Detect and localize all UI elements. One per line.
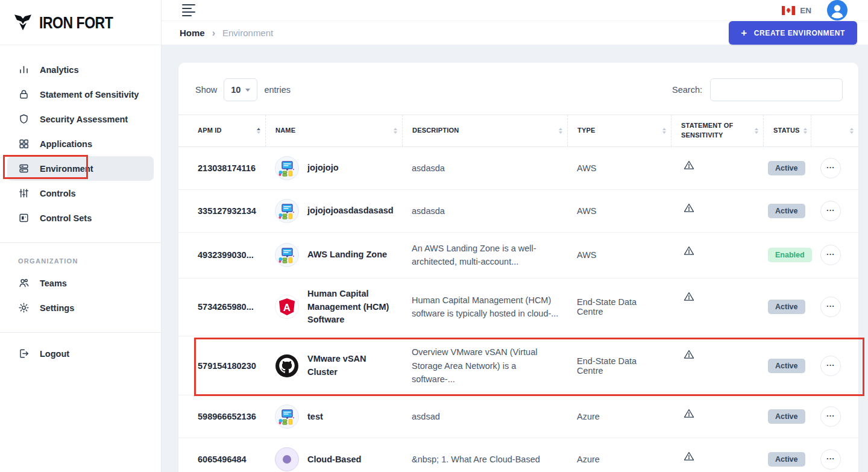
table-header-statement-of-sensitivity[interactable]: STATEMENT OF SENSITIVITY <box>671 115 763 146</box>
warning-triangle-icon[interactable] <box>683 450 695 462</box>
sensitivity-cell <box>671 395 763 438</box>
github-logo-icon <box>275 354 299 378</box>
warning-triangle-icon[interactable] <box>683 348 695 360</box>
sidebar-item-label: Control Sets <box>40 213 92 223</box>
table-header-actions[interactable] <box>811 115 858 146</box>
sidebar-item-controls[interactable]: Controls <box>7 181 154 206</box>
gear-icon <box>18 302 30 313</box>
actions-cell: ... <box>811 278 858 336</box>
name-cell: test <box>265 395 402 438</box>
search-input[interactable] <box>710 78 843 101</box>
warning-triangle-icon[interactable] <box>683 291 695 303</box>
row-actions-button[interactable]: ... <box>820 158 841 178</box>
warning-triangle-icon[interactable] <box>683 407 695 420</box>
header-label: NAME <box>275 126 295 136</box>
environment-name: Human Capital Management (HCM) Software <box>307 288 394 327</box>
sidebar-item-label: Statement of Sensitivity <box>40 90 139 99</box>
sort-arrows-icon <box>850 128 854 134</box>
app-root: IRON FORT Analytics Statement of Sensiti… <box>0 0 868 472</box>
language-code: EN <box>800 6 811 15</box>
svg-text:A: A <box>283 302 291 313</box>
description-cell: asdasda <box>402 190 567 232</box>
type-cell: Azure <box>567 438 671 472</box>
warning-triangle-icon[interactable] <box>683 202 695 214</box>
app-logo-icon <box>275 404 299 429</box>
sidebar-item-applications[interactable]: Applications <box>7 131 154 156</box>
apm-id-cell: 6065496484 <box>178 438 265 472</box>
canada-flag-icon <box>782 6 795 15</box>
row-actions-button[interactable]: ... <box>820 406 841 427</box>
actions-cell: ... <box>811 336 858 395</box>
environment-name: jojojojoasdasdasasd <box>307 204 394 218</box>
type-cell: AWS <box>567 233 671 278</box>
search-label: Search: <box>672 85 702 95</box>
grid-icon <box>18 138 30 149</box>
status-cell: Active <box>763 190 811 232</box>
description-cell: Overview VMware vSAN (Virtual Storage Ar… <box>402 336 567 395</box>
show-label: Show <box>195 85 217 95</box>
sidebar-item-control-sets[interactable]: Control Sets <box>7 206 154 230</box>
row-actions-button[interactable]: ... <box>820 245 841 265</box>
app-logo-icon <box>275 243 299 267</box>
header-label: TYPE <box>577 126 596 136</box>
sort-arrows-icon <box>257 128 260 134</box>
brand-bull-icon <box>13 13 33 32</box>
type-cell: AWS <box>567 147 671 189</box>
create-environment-button[interactable]: + CREATE ENVIRONMENT <box>729 21 857 45</box>
type-cell: End-State Data Centre <box>567 336 671 395</box>
content-area: Show 10 entries Search: APM ID NAME <box>162 45 868 472</box>
table-row[interactable]: 579154180230 VMware vSAN Cluster Overvie… <box>178 336 858 395</box>
name-cell: A Human Capital Management (HCM) Softwar… <box>265 278 402 336</box>
table-header-apm-id[interactable]: APM ID <box>178 115 265 146</box>
sidebar-item-settings[interactable]: Settings <box>7 295 154 320</box>
sliders-icon <box>18 187 30 199</box>
page-size-select[interactable]: 10 <box>224 78 257 101</box>
environment-name: VMware vSAN Cluster <box>307 353 394 379</box>
status-badge: Enabled <box>768 248 812 262</box>
sidebar-item-security-assessment[interactable]: Security Assessment <box>7 107 154 131</box>
environment-name: jojojojo <box>307 162 339 175</box>
sidebar-item-label: Settings <box>40 303 74 313</box>
warning-triangle-icon[interactable] <box>683 245 695 257</box>
table-row[interactable]: 6065496484 Cloud-Based &nbsp; 1. What Ar… <box>178 438 858 472</box>
brand-logo[interactable]: IRON FORT <box>0 0 161 45</box>
table-header-name[interactable]: NAME <box>265 115 402 146</box>
sort-arrows-icon <box>804 128 807 134</box>
language-switcher[interactable]: EN <box>782 6 811 15</box>
table-header-type[interactable]: TYPE <box>567 115 671 146</box>
table-row[interactable]: 335127932134 jojojojoasdasdasasd asdasda… <box>178 190 858 233</box>
apm-id-cell: 335127932134 <box>178 190 265 232</box>
table-header-status[interactable]: STATUS <box>763 115 811 146</box>
name-cell: AWS Landing Zone <box>265 233 402 278</box>
warning-triangle-icon[interactable] <box>683 159 695 171</box>
row-actions-button[interactable]: ... <box>820 449 841 470</box>
table-row[interactable]: 5734265980... A Human Capital Management… <box>178 278 858 336</box>
breadcrumb: Home › Environment <box>180 28 273 39</box>
sensitivity-cell <box>671 233 763 278</box>
type-cell: End-State Data Centre <box>567 278 671 336</box>
breadcrumb-current: Environment <box>222 28 273 38</box>
page-size-value: 10 <box>231 85 241 95</box>
menu-toggle-icon[interactable] <box>182 4 195 17</box>
breadcrumb-home[interactable]: Home <box>180 28 205 38</box>
row-actions-button[interactable]: ... <box>820 297 841 317</box>
row-actions-button[interactable]: ... <box>820 201 841 221</box>
table-row[interactable]: 4932399030... AWS Landing Zone An AWS La… <box>178 233 858 278</box>
sidebar-item-analytics[interactable]: Analytics <box>7 57 154 82</box>
sidebar-item-logout[interactable]: Logout <box>7 341 154 366</box>
header-label: APM ID <box>198 126 222 136</box>
table-row[interactable]: 213038174116 jojojojo asdasda AWS Active… <box>178 147 858 190</box>
generic-logo-icon <box>275 447 299 471</box>
row-actions-button[interactable]: ... <box>820 356 841 376</box>
sidebar-item-environment[interactable]: Environment <box>7 156 154 181</box>
sensitivity-cell <box>671 147 763 189</box>
table-row[interactable]: 598966652136 test asdsad Azure Active ..… <box>178 395 858 438</box>
table-header-description[interactable]: DESCRIPTION <box>402 115 567 146</box>
sidebar-item-statement-of-sensitivity[interactable]: Statement of Sensitivity <box>7 82 154 107</box>
shield-icon <box>18 113 30 125</box>
bar-chart-icon <box>18 64 30 75</box>
description-cell: asdasda <box>402 147 567 189</box>
user-avatar[interactable] <box>827 0 848 20</box>
sidebar-item-teams[interactable]: Teams <box>7 271 154 295</box>
angular-logo-icon: A <box>275 295 299 319</box>
